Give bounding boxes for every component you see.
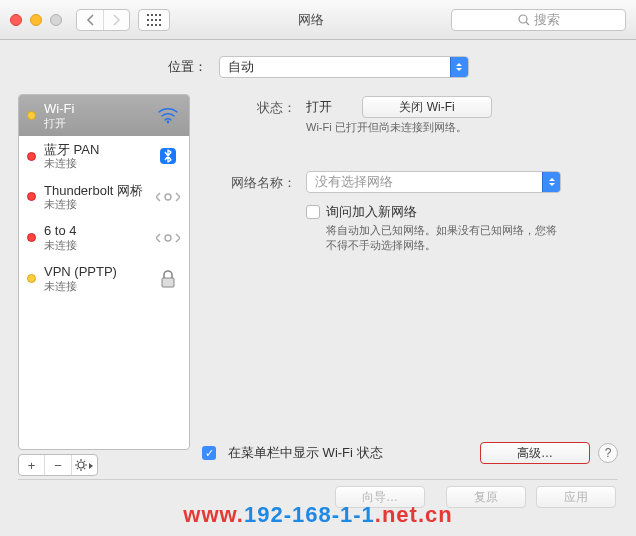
status-dot-icon [27, 111, 36, 120]
back-button[interactable] [77, 10, 103, 30]
status-dot-icon [27, 274, 36, 283]
interface-actions-button[interactable] [71, 455, 97, 475]
sidebar-item-wifi[interactable]: Wi-Fi 打开 [19, 95, 189, 136]
svg-rect-11 [159, 24, 161, 26]
bridge-icon [155, 227, 181, 249]
svg-rect-5 [151, 19, 153, 21]
interface-list: Wi-Fi 打开 蓝牙 PAN 未连接 [18, 94, 190, 450]
sidebar-item-sublabel: 未连接 [44, 157, 147, 170]
sidebar-item-label: Thunderbolt 网桥 [44, 183, 147, 199]
window-controls [10, 14, 62, 26]
show-all-button[interactable] [138, 9, 170, 31]
apply-button[interactable]: 应用 [536, 486, 616, 508]
window-title: 网络 [178, 11, 443, 29]
svg-rect-0 [147, 14, 149, 16]
svg-rect-4 [147, 19, 149, 21]
revert-button[interactable]: 复原 [446, 486, 526, 508]
status-dot-icon [27, 152, 36, 161]
svg-rect-3 [159, 14, 161, 16]
divider [18, 479, 618, 480]
svg-rect-2 [155, 14, 157, 16]
sidebar-item-vpn[interactable]: VPN (PPTP) 未连接 [19, 258, 189, 299]
minimize-window-button[interactable] [30, 14, 42, 26]
svg-line-24 [77, 461, 78, 462]
svg-line-27 [84, 461, 85, 462]
bridge-icon [155, 186, 181, 208]
location-select[interactable]: 自动 [219, 56, 469, 78]
close-window-button[interactable] [10, 14, 22, 26]
sidebar-item-sublabel: 未连接 [44, 280, 147, 293]
bluetooth-icon [155, 145, 181, 167]
search-input[interactable]: 搜索 [451, 9, 626, 31]
svg-rect-10 [155, 24, 157, 26]
lock-icon [155, 268, 181, 290]
add-interface-button[interactable]: + [19, 455, 44, 475]
search-icon [518, 14, 530, 26]
sidebar-item-thunderbolt-bridge[interactable]: Thunderbolt 网桥 未连接 [19, 177, 189, 218]
search-placeholder: 搜索 [534, 11, 560, 29]
zoom-window-button[interactable] [50, 14, 62, 26]
nav-buttons [76, 9, 130, 31]
sidebar-item-sublabel: 未连接 [44, 198, 147, 211]
svg-rect-6 [155, 19, 157, 21]
svg-rect-9 [151, 24, 153, 26]
wizard-button[interactable]: 向导… [335, 486, 425, 508]
status-note: Wi-Fi 已打开但尚未连接到网络。 [306, 120, 618, 135]
svg-rect-8 [147, 24, 149, 26]
toggle-wifi-button[interactable]: 关闭 Wi-Fi [362, 96, 492, 118]
gear-icon [75, 459, 93, 471]
svg-line-25 [84, 468, 85, 469]
sidebar-item-sublabel: 打开 [44, 117, 147, 130]
advanced-button[interactable]: 高级… [480, 442, 590, 464]
svg-point-16 [165, 194, 171, 200]
network-name-value: 没有选择网络 [315, 173, 393, 191]
svg-rect-7 [159, 19, 161, 21]
svg-line-13 [526, 22, 529, 25]
help-button[interactable]: ? [598, 443, 618, 463]
svg-point-12 [519, 15, 527, 23]
chevron-updown-icon [450, 57, 468, 77]
location-value: 自动 [228, 58, 254, 76]
sidebar-item-bluetooth-pan[interactable]: 蓝牙 PAN 未连接 [19, 136, 189, 177]
ask-join-label: 询问加入新网络 [326, 203, 417, 221]
chevron-updown-icon [542, 172, 560, 192]
menubar-checkbox[interactable]: ✓ [202, 446, 216, 460]
sidebar-item-label: VPN (PPTP) [44, 264, 147, 280]
network-name-label: 网络名称： [206, 171, 296, 192]
sidebar-item-6to4[interactable]: 6 to 4 未连接 [19, 217, 189, 258]
sidebar-item-sublabel: 未连接 [44, 239, 147, 252]
network-name-select[interactable]: 没有选择网络 [306, 171, 561, 193]
sidebar-item-label: 蓝牙 PAN [44, 142, 147, 158]
status-label: 状态： [206, 96, 296, 117]
svg-point-17 [165, 235, 171, 241]
svg-line-26 [77, 468, 78, 469]
svg-rect-1 [151, 14, 153, 16]
status-value: 打开 [306, 98, 332, 116]
remove-interface-button[interactable]: − [44, 455, 70, 475]
svg-point-14 [167, 121, 170, 124]
svg-point-19 [78, 462, 84, 468]
location-label: 位置： [168, 58, 207, 76]
status-dot-icon [27, 192, 36, 201]
svg-rect-18 [162, 278, 174, 287]
wifi-icon [155, 104, 181, 126]
ask-join-note: 将自动加入已知网络。如果没有已知网络，您将不得不手动选择网络。 [326, 223, 566, 253]
menubar-checkbox-label: 在菜单栏中显示 Wi-Fi 状态 [228, 444, 383, 462]
ask-join-checkbox[interactable] [306, 205, 320, 219]
status-dot-icon [27, 233, 36, 242]
sidebar-item-label: 6 to 4 [44, 223, 147, 239]
sidebar-item-label: Wi-Fi [44, 101, 147, 117]
forward-button[interactable] [103, 10, 129, 30]
